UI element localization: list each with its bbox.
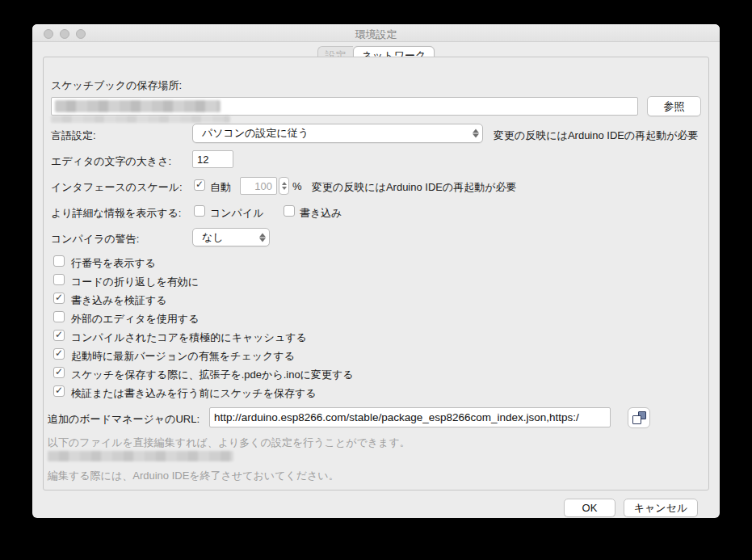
settings-panel: スケッチブックの保存場所: 参照 言語設定: パソコンの設定に従う 変更の反映に… bbox=[43, 57, 709, 491]
sketchbook-location-label: スケッチブックの保存場所: bbox=[51, 78, 182, 93]
verify-upload-checkbox[interactable] bbox=[53, 293, 65, 304]
screenshot-stage: 環境設定 設定 ネットワーク スケッチブックの保存場所: 参照 言語設定: パソ… bbox=[0, 0, 752, 560]
font-size-label: エディタの文字の大きさ: bbox=[51, 154, 171, 169]
save-before-verify-label: 検証または書き込みを行う前にスケッチを保存する bbox=[71, 386, 317, 401]
scale-stepper[interactable] bbox=[279, 177, 289, 195]
verbose-compile-checkbox[interactable] bbox=[194, 205, 205, 217]
redacted-preferences-path bbox=[48, 451, 233, 461]
sketchbook-location-input[interactable] bbox=[51, 97, 638, 116]
scale-value-input[interactable]: 100 bbox=[240, 177, 277, 195]
windows-overlap-icon bbox=[632, 411, 646, 424]
update-extension-checkbox[interactable] bbox=[53, 367, 65, 378]
language-selected-option: パソコンの設定に従う bbox=[202, 126, 309, 141]
show-line-numbers-checkbox[interactable] bbox=[53, 255, 65, 267]
cache-cores-label: コンパイルされたコアを積極的にキャッシュする bbox=[71, 331, 307, 345]
compiler-warnings-selected-option: なし bbox=[202, 230, 224, 245]
language-label: 言語設定: bbox=[51, 128, 96, 143]
chevron-up-down-icon bbox=[259, 233, 266, 242]
verbose-compile-label: コンパイル bbox=[210, 206, 264, 221]
cancel-button[interactable]: キャンセル bbox=[624, 499, 698, 517]
cache-cores-checkbox[interactable] bbox=[53, 330, 65, 341]
ok-button[interactable]: OK bbox=[564, 499, 615, 517]
interface-scale-label: インタフェースのスケール: bbox=[51, 180, 183, 195]
browse-button[interactable]: 参照 bbox=[647, 96, 701, 116]
code-folding-checkbox[interactable] bbox=[53, 274, 65, 285]
window-title: 環境設定 bbox=[32, 27, 720, 42]
verbose-upload-checkbox[interactable] bbox=[284, 205, 295, 217]
language-restart-note: 変更の反映にはArduino IDEの再起動が必要 bbox=[494, 128, 699, 143]
quit-ide-note: 編集する際には、Arduino IDEを終了させておいてください。 bbox=[48, 469, 339, 483]
title-bar[interactable]: 環境設定 bbox=[32, 24, 720, 42]
board-manager-url-input[interactable]: http://arduino.esp8266.com/stable/packag… bbox=[209, 407, 611, 427]
show-line-numbers-label: 行番号を表示する bbox=[71, 256, 156, 271]
verbose-upload-label: 書き込み bbox=[300, 206, 342, 221]
scale-restart-note: 変更の反映にはArduino IDEの再起動が必要 bbox=[312, 180, 517, 195]
external-editor-checkbox[interactable] bbox=[53, 311, 65, 322]
scale-auto-checkbox[interactable] bbox=[194, 179, 205, 191]
save-before-verify-checkbox[interactable] bbox=[53, 385, 65, 397]
scale-auto-label: 自動 bbox=[210, 180, 231, 195]
preferences-dialog: 環境設定 設定 ネットワーク スケッチブックの保存場所: 参照 言語設定: パソ… bbox=[32, 24, 720, 518]
check-updates-checkbox[interactable] bbox=[53, 348, 65, 360]
compiler-warnings-select[interactable]: なし bbox=[192, 228, 270, 246]
board-manager-url-label: 追加のボードマネージャのURL: bbox=[48, 412, 200, 427]
open-url-dialog-button[interactable] bbox=[628, 407, 650, 428]
check-updates-label: 起動時に最新バージョンの有無をチェックする bbox=[71, 349, 295, 364]
redacted-sketchbook-path bbox=[55, 100, 221, 112]
edit-file-note: 以下のファイルを直接編集すれば、より多くの設定を行うことができます。 bbox=[48, 436, 410, 450]
verbose-output-label: より詳細な情報を表示する: bbox=[51, 206, 181, 221]
scale-unit: % bbox=[292, 180, 302, 192]
code-folding-label: コードの折り返しを有効に bbox=[71, 275, 199, 289]
compiler-warnings-label: コンパイラの警告: bbox=[51, 232, 139, 246]
update-extension-label: スケッチを保存する際に、拡張子を.pdeから.inoに変更する bbox=[71, 368, 354, 382]
verify-upload-label: 書き込みを検証する bbox=[71, 293, 167, 308]
language-select[interactable]: パソコンの設定に従う bbox=[192, 124, 483, 143]
external-editor-label: 外部のエディタを使用する bbox=[71, 312, 199, 326]
redacted-path-smear bbox=[51, 116, 230, 123]
font-size-input[interactable]: 12 bbox=[192, 150, 233, 168]
chevron-up-down-icon bbox=[473, 129, 479, 138]
